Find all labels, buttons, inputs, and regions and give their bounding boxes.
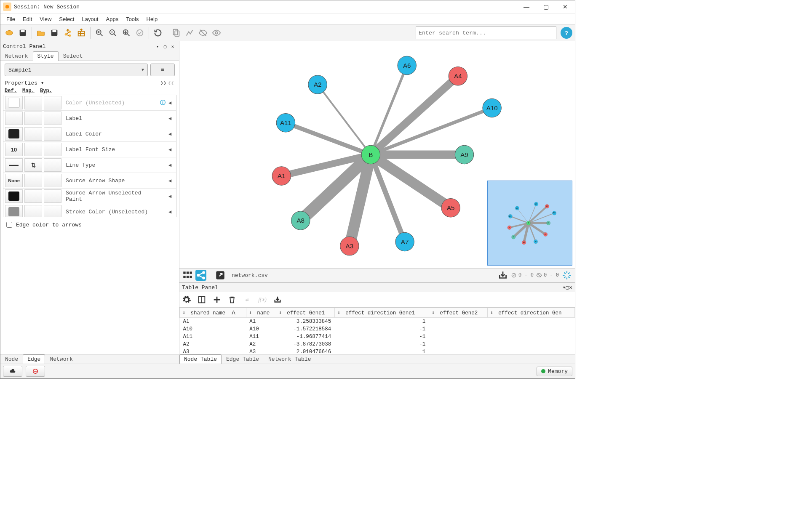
chevron-down-icon: ▼ [142,68,144,72]
tab-edge-bottom[interactable]: Edge [23,354,45,364]
cloud-button[interactable] [3,366,22,377]
save-network-button[interactable] [48,27,61,39]
data-table[interactable]: ⬍ shared_name ᐱ⬍ name⬍ effect_Gene1⬍ eff… [179,308,575,354]
svg-text:A6: A6 [535,203,537,205]
detach-view-button[interactable] [215,270,226,281]
tab-network-bottom[interactable]: Network [45,354,77,364]
tab-network[interactable]: Network [0,51,33,61]
dropdown-icon[interactable]: ▾ [563,284,566,291]
prop-row-label-font-size[interactable]: 10Label Font Size◀ [3,142,176,157]
svg-text:A5: A5 [545,234,546,235]
property-list[interactable]: Color (Unselected)ⓘ◀Label◀Label Color◀10… [3,95,176,217]
table-row[interactable]: A11A11-1.96877414-1 [180,333,575,340]
table-scroll[interactable]: ⬍ shared_name ᐱ⬍ name⬍ effect_Gene1⬍ eff… [179,308,575,354]
style-menu-button[interactable]: ≡ [150,64,175,76]
table-row[interactable]: A10A10-1.572218584-1 [180,325,575,333]
app-icon [3,3,11,11]
zoom-in-button[interactable] [93,27,106,39]
prop-row-source-arrow-shape[interactable]: NoneSource Arrow Shape◀ [3,173,176,189]
col-shared_name[interactable]: ⬍ shared_name ᐱ [180,308,246,318]
menu-edit[interactable]: Edit [19,15,35,24]
col-effect_direction_Gene1[interactable]: ⬍ effect_direction_Gene1 [334,308,429,318]
network-canvas[interactable]: BA6A4A2A10A11A9A1A5A8A7A3 BA6A4A2A10A11A… [179,41,575,268]
link-icon[interactable]: ⇄ [243,295,252,304]
gear-icon[interactable] [182,295,191,304]
tab-style[interactable]: Style [33,51,59,61]
table-row[interactable]: A3A32.0104766461 [180,348,575,354]
export-button[interactable] [497,270,508,281]
col-effect_Gene2[interactable]: ⬍ effect_Gene2 [429,308,487,318]
window-close-button[interactable]: ✕ [556,0,575,13]
stop-button[interactable] [26,366,45,377]
properties-label[interactable]: Properties [5,80,37,86]
col-name[interactable]: ⬍ name [246,308,276,318]
prop-row-label-color[interactable]: Label Color◀ [3,126,176,142]
table-row[interactable]: A1A13.2583338451 [180,318,575,326]
fit-content-button[interactable] [561,270,572,281]
tab-node-table[interactable]: Node Table [179,354,222,364]
table-panel-header: Table Panel ▾ ▢ ✕ [179,283,575,292]
svg-text:A7: A7 [535,241,537,242]
prop-row-label[interactable]: Label◀ [3,111,176,126]
view-toolbar: network.csv 0 - 0 0 - 0 [179,268,575,282]
prop-row-color-unselected-[interactable]: Color (Unselected)ⓘ◀ [3,95,176,111]
col-effect_Gene1[interactable]: ⬍ effect_Gene1 [276,308,334,318]
control-panel-header: Control Panel ▾ ▢ ✕ [0,41,179,51]
edge-color-to-arrows-checkbox[interactable] [6,222,12,228]
prop-row-stroke-color-unselected-[interactable]: Stroke Color (Unselected)◀ [3,204,176,217]
copy-button[interactable] [170,27,182,39]
open-network-button[interactable] [35,27,47,39]
control-panel: Control Panel ▾ ▢ ✕ Network Style Select… [0,41,179,364]
close-icon[interactable]: ✕ [569,284,572,291]
prop-row-line-type[interactable]: —⇅Line Type◀ [3,157,176,173]
tab-node-bottom[interactable]: Node [0,354,23,364]
apply-layout-button[interactable] [134,27,146,39]
overview-panel[interactable]: BA6A4A2A10A11A9A1A5A8A7A3 [487,181,572,266]
menu-apps[interactable]: Apps [103,15,122,24]
zoom-fit-button[interactable] [120,27,133,39]
function-icon[interactable]: f(𝑥) [258,295,267,304]
expand-all-icon[interactable]: ❮❮ [167,80,175,86]
style-selector[interactable]: Sample1 ▼ [5,64,148,76]
grid-view-button[interactable] [182,270,193,281]
col-effect_direction_Gen[interactable]: ⬍ effect_direction_Gen [487,308,574,318]
dropdown-icon[interactable]: ▾ [154,43,161,50]
import-table-button[interactable] [75,27,88,39]
zoom-out-button[interactable] [107,27,119,39]
svg-line-19 [371,108,492,154]
close-icon[interactable]: ✕ [169,43,176,50]
window-minimize-button[interactable]: — [517,0,536,13]
collapse-all-icon[interactable]: ❯❯ [160,80,167,86]
first-neighbors-button[interactable] [183,27,196,39]
window-maximize-button[interactable]: ▢ [536,0,556,13]
separator [32,27,32,39]
show-all-button[interactable] [210,27,223,39]
import-network-button[interactable] [61,27,74,39]
share-button[interactable] [195,270,206,281]
float-icon[interactable]: ▢ [161,43,169,50]
search-input[interactable] [416,27,556,39]
menu-tools[interactable]: Tools [123,15,142,24]
hide-selected-button[interactable] [197,27,209,39]
menu-select[interactable]: Select [56,15,77,24]
reload-button[interactable] [152,27,164,39]
add-icon[interactable] [212,295,222,304]
memory-button[interactable]: Memory [537,367,572,376]
help-button[interactable]: ? [561,27,572,39]
float-icon[interactable]: ▢ [566,284,569,291]
svg-text:A3: A3 [346,242,354,250]
menu-layout[interactable]: Layout [78,15,102,24]
menu-view[interactable]: View [36,15,55,24]
delete-icon[interactable] [227,295,237,304]
table-row[interactable]: A2A2-3.878273038-1 [180,340,575,348]
save-session-button[interactable] [16,27,29,39]
tab-select[interactable]: Select [59,51,88,61]
new-session-button[interactable] [3,27,16,39]
columns-icon[interactable] [197,295,206,304]
tab-network-table[interactable]: Network Table [264,354,315,364]
menu-file[interactable]: File [3,15,19,24]
tab-edge-table[interactable]: Edge Table [222,354,264,364]
export-table-icon[interactable] [273,295,282,304]
menu-help[interactable]: Help [143,15,161,24]
prop-row-source-arrow-unselected-paint[interactable]: Source Arrow Unselected Paint◀ [3,189,176,204]
